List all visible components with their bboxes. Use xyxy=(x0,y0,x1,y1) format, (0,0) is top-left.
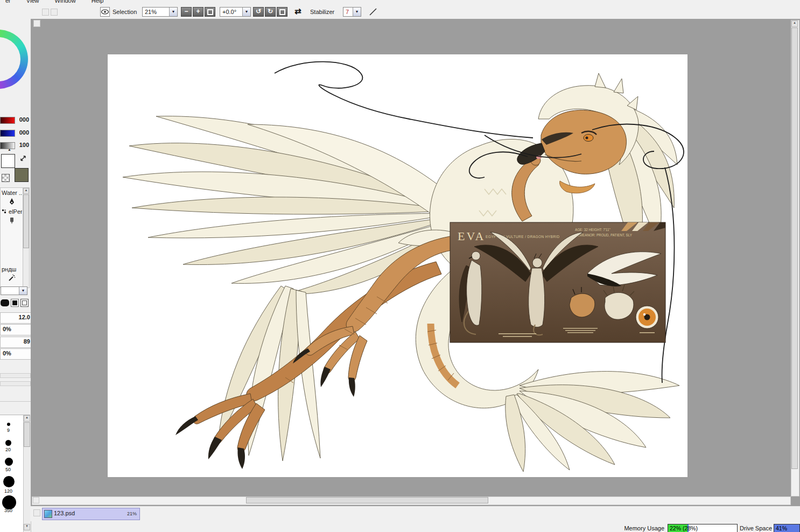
memory-usage-value: 22% (28%) xyxy=(670,525,698,531)
vertical-scrollbar[interactable]: ▲ xyxy=(791,20,799,496)
lower-plume xyxy=(218,286,320,461)
tail-plume xyxy=(506,372,679,472)
brush-size-list: 9 20 50 120 350 ▲ ▼ xyxy=(0,415,30,532)
color-wheel[interactable] xyxy=(0,30,29,90)
canvas-area: EVA EGYPTIAN VULTURE / DRAGON HYBRID AGE… xyxy=(31,19,800,506)
color-slider-red[interactable]: 000 xyxy=(0,116,31,124)
size-label: 9 xyxy=(7,428,10,433)
brush-slider[interactable] xyxy=(0,373,31,378)
brush-param-field[interactable]: 0% xyxy=(0,348,33,360)
marker-icon xyxy=(8,217,16,225)
scrollbar-thumb[interactable] xyxy=(24,422,30,447)
tip-outline xyxy=(22,300,27,305)
zoom-reset-button[interactable] xyxy=(205,7,215,17)
brush-tip-row xyxy=(1,299,30,307)
scroll-up-icon[interactable]: ▲ xyxy=(24,415,30,422)
red-slider-bar[interactable] xyxy=(0,117,15,124)
slider-marker-icon[interactable]: ▲ xyxy=(8,148,11,151)
tab-nav-button[interactable] xyxy=(33,509,40,516)
menu-item-help[interactable]: Help xyxy=(92,0,104,4)
stroke-preview-icon xyxy=(368,7,378,17)
rotate-cw-button[interactable]: ↻ xyxy=(265,7,276,17)
chevron-down-icon[interactable]: ▼ xyxy=(353,8,361,16)
secondary-color-swatch[interactable] xyxy=(15,168,29,182)
ref-stat-line1: AGE: 32 HEIGHT: 7'11" xyxy=(575,228,610,232)
menubar: er View Window Help xyxy=(0,0,800,5)
scrollbar-thumb[interactable] xyxy=(23,194,29,248)
color-slider-value[interactable]: ▲ 100 xyxy=(0,142,31,149)
size-dot-20[interactable] xyxy=(5,440,11,446)
chevron-down-icon[interactable]: ▼ xyxy=(242,8,250,16)
scrollbar-thumb[interactable] xyxy=(791,27,798,469)
rotate-reset-button[interactable] xyxy=(277,7,287,17)
statusbar: Memory Usage 22% (28%) Drive Space 41% xyxy=(0,524,800,532)
size-label: 350 xyxy=(4,508,12,513)
brush-tip-square[interactable] xyxy=(11,299,19,307)
scroll-left-button[interactable] xyxy=(33,497,39,503)
artwork: EVA EGYPTIAN VULTURE / DRAGON HYBRID AGE… xyxy=(108,54,687,477)
color-slider-blue[interactable]: 000 xyxy=(0,129,31,137)
undo-button[interactable] xyxy=(42,9,49,16)
zoom-combo[interactable]: 21% ▼ xyxy=(142,7,178,17)
value-value: 100 xyxy=(15,142,29,148)
blue-value: 000 xyxy=(15,129,29,136)
size-dot-50[interactable] xyxy=(5,458,13,466)
zoom-in-button[interactable]: + xyxy=(193,7,203,17)
tab-title: 123.psd xyxy=(54,510,75,516)
canvas[interactable]: EVA EGYPTIAN VULTURE / DRAGON HYBRID AGE… xyxy=(108,54,687,477)
brush-tip-round[interactable] xyxy=(1,299,9,306)
stabilizer-combo[interactable]: 7 ▼ xyxy=(343,7,361,17)
horizontal-scrollbar[interactable] xyxy=(32,496,791,505)
left-panel: 000 000 ▲ 100 Water ... xyxy=(0,19,31,532)
brush-preset-combo[interactable]: ▼ xyxy=(1,286,27,295)
size-dot-120[interactable] xyxy=(3,476,15,487)
chevron-down-icon[interactable]: ▼ xyxy=(19,287,27,295)
tool-item-label: elPen xyxy=(9,208,22,215)
size-label: 50 xyxy=(5,467,11,472)
tool-item-pixelpen[interactable]: elPen xyxy=(2,207,22,216)
redo-button[interactable] xyxy=(51,9,58,16)
menu-item-view[interactable]: View xyxy=(26,0,39,4)
drive-space-value: 41% xyxy=(776,525,787,531)
primary-color-swatch[interactable] xyxy=(1,154,15,168)
chevron-down-icon[interactable]: ▼ xyxy=(169,8,177,16)
tabbar: 123.psd 21% xyxy=(31,506,800,521)
brush-slider[interactable] xyxy=(0,381,31,386)
rotate-ccw-button[interactable]: ↺ xyxy=(253,7,264,17)
size-label: 120 xyxy=(4,488,12,494)
eye-icon xyxy=(101,8,109,16)
tool-item-pencil[interactable]: рндш xyxy=(2,265,22,274)
menu-item[interactable]: er xyxy=(5,0,11,4)
rotation-combo[interactable]: +0.0° ▼ xyxy=(220,7,251,17)
brush-min-size-field[interactable]: 0% xyxy=(0,324,33,335)
tool-list-scrollbar[interactable]: ▲ xyxy=(23,188,29,288)
scroll-corner-button[interactable] xyxy=(33,20,40,27)
tool-item-water[interactable]: Water ... xyxy=(2,188,22,197)
square-icon xyxy=(207,9,213,15)
menu-item-window[interactable]: Window xyxy=(55,0,76,4)
transparent-color-swatch[interactable] xyxy=(2,174,10,182)
flip-horizontal-icon[interactable]: ⇄ xyxy=(294,6,301,16)
pixel-pen-icon xyxy=(2,209,7,214)
blue-slider-bar[interactable] xyxy=(0,130,15,137)
pen-icon xyxy=(8,198,16,205)
memory-usage-label: Memory Usage xyxy=(624,525,664,531)
size-dot-9[interactable] xyxy=(7,423,10,426)
scroll-up-icon[interactable]: ▲ xyxy=(791,20,798,27)
toolbar: Selection 21% ▼ − + +0.0° ▼ ↺ ↻ ⇄ Stabil… xyxy=(0,5,800,19)
scroll-up-icon[interactable]: ▲ xyxy=(23,188,29,194)
zoom-out-button[interactable]: − xyxy=(181,7,192,17)
drive-space-label: Drive Space xyxy=(740,525,772,531)
rotation-value: +0.0° xyxy=(222,8,236,16)
swap-colors-icon[interactable] xyxy=(19,155,27,162)
scrollbar-thumb[interactable] xyxy=(246,497,488,503)
selection-label: Selection xyxy=(113,5,137,19)
tab-123-psd[interactable]: 123.psd 21% xyxy=(42,508,140,520)
ref-stat-line2: DEMEANOR: PROUD, PATIENT, SLY xyxy=(575,233,633,237)
brush-tip-outline[interactable] xyxy=(20,299,29,307)
size-list-scrollbar[interactable]: ▲ ▼ xyxy=(23,415,30,532)
ref-eye-study xyxy=(636,306,658,328)
divider xyxy=(0,401,31,402)
selection-visibility-button[interactable] xyxy=(100,7,110,17)
brush-size-field[interactable]: 12.0 xyxy=(0,312,33,324)
